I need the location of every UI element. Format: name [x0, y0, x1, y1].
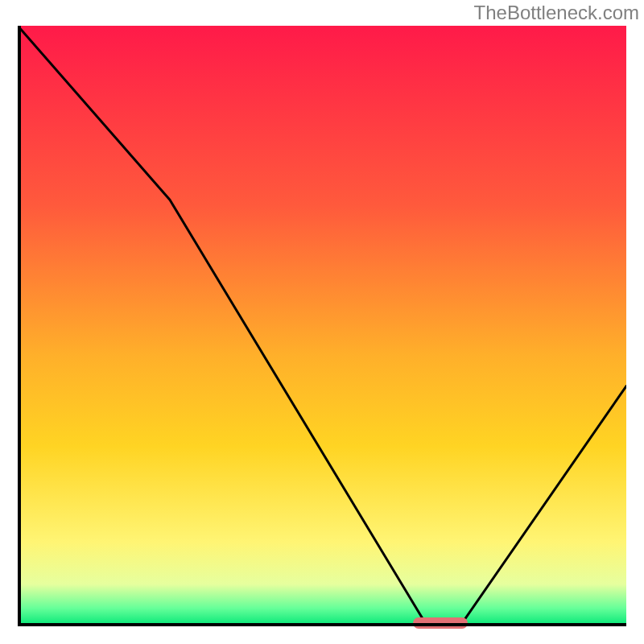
- chart-gradient-background: [18, 26, 626, 626]
- watermark-text: TheBottleneck.com: [474, 2, 639, 24]
- chart-container: TheBottleneck.com: [0, 0, 644, 644]
